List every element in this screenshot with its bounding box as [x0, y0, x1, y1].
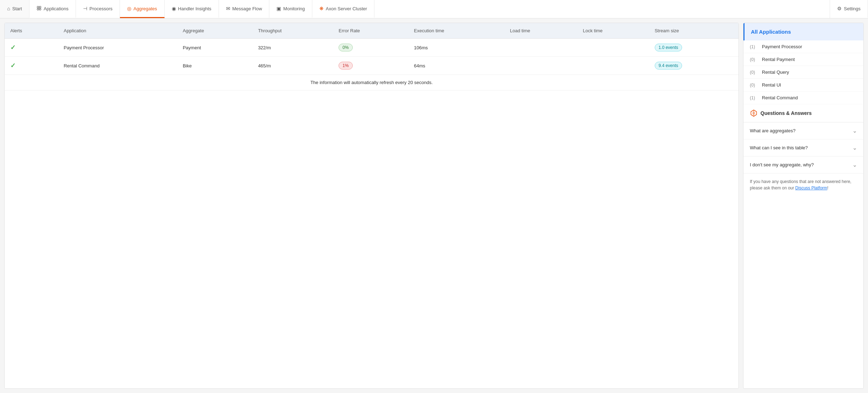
error-rate-badge: 1% [339, 62, 352, 70]
app-list-item-rental-ui[interactable]: (0) Rental UI [743, 79, 863, 92]
tab-axon-server-cluster[interactable]: ❋ Axon Server Cluster [312, 0, 374, 18]
cell-alert: ✓ [5, 57, 58, 75]
monitoring-icon: ▣ [276, 6, 281, 11]
cell-alert: ✓ [5, 39, 58, 57]
svg-point-3 [39, 8, 41, 10]
check-icon: ✓ [10, 62, 16, 69]
message-flow-icon: ✉ [226, 6, 230, 11]
tab-settings[interactable]: ⚙ Settings [830, 0, 868, 18]
top-navigation: ⌂ Start Applications ⊣ Processors ◎ Aggr… [0, 0, 868, 18]
table-row[interactable]: ✓ Payment Processor Payment 322/m 0% 106… [5, 39, 738, 57]
qa-section: Questions & Answers What are aggregates?… [743, 104, 863, 173]
tab-processors[interactable]: ⊣ Processors [76, 0, 120, 18]
cell-execution-time: 106ms [408, 39, 504, 57]
app-name: Rental Command [762, 95, 798, 100]
all-applications-header[interactable]: All Applications [743, 23, 863, 40]
app-list-item-payment-processor[interactable]: (1) Payment Processor [743, 40, 863, 53]
svg-point-0 [37, 6, 39, 8]
cell-error-rate: 1% [333, 57, 408, 75]
qa-axon-icon [750, 109, 758, 117]
qa-question: What can I see in this table? [750, 145, 808, 150]
tab-handler-insights[interactable]: ◉ Handler Insights [165, 0, 219, 18]
col-throughput: Throughput [252, 23, 333, 39]
applications-list: (1) Payment Processor (0) Rental Payment… [743, 40, 863, 104]
cell-aggregate: Bike [177, 57, 252, 75]
app-list-item-rental-query[interactable]: (0) Rental Query [743, 66, 863, 79]
cell-throughput: 465/m [252, 57, 333, 75]
svg-point-2 [37, 8, 39, 10]
tab-message-flow[interactable]: ✉ Message Flow [219, 0, 270, 18]
app-name: Payment Processor [762, 44, 802, 49]
tab-aggregates[interactable]: ◎ Aggregates [120, 0, 165, 18]
cell-lock-time [577, 57, 649, 75]
right-sidebar: All Applications (1) Payment Processor (… [743, 23, 864, 389]
qa-item-dont-see-aggregate[interactable]: I don't see my aggregate, why? ⌄ [743, 156, 863, 173]
aggregates-icon: ◎ [127, 6, 131, 11]
qa-question: What are aggregates? [750, 128, 796, 133]
table-row[interactable]: ✓ Rental Command Bike 465/m 1% 64ms 9.4 … [5, 57, 738, 75]
cell-application: Payment Processor [58, 39, 177, 57]
col-stream-size: Stream size [649, 23, 738, 39]
svg-point-1 [39, 6, 41, 8]
settings-icon: ⚙ [837, 6, 842, 11]
col-lock-time: Lock time [577, 23, 649, 39]
aggregates-table: Alerts Application Aggregate Throughput … [5, 23, 738, 90]
handler-insights-icon: ◉ [172, 6, 176, 11]
app-count: (1) [750, 95, 758, 100]
qa-item-what-can-i-see[interactable]: What can I see in this table? ⌄ [743, 139, 863, 156]
stream-size-badge: 1.0 events [655, 44, 682, 51]
app-name: Rental UI [762, 82, 781, 88]
table-header-row: Alerts Application Aggregate Throughput … [5, 23, 738, 39]
cell-application: Rental Command [58, 57, 177, 75]
info-row: The information will automatically refre… [5, 75, 738, 90]
axon-cluster-icon: ❋ [319, 6, 324, 11]
qa-question: I don't see my aggregate, why? [750, 162, 814, 167]
app-name: Rental Payment [762, 57, 795, 62]
col-application: Application [58, 23, 177, 39]
chevron-down-icon: ⌄ [852, 127, 857, 134]
cell-aggregate: Payment [177, 39, 252, 57]
cell-lock-time [577, 39, 649, 57]
qa-item-what-are-aggregates[interactable]: What are aggregates? ⌄ [743, 122, 863, 139]
app-count: (0) [750, 57, 758, 62]
cell-execution-time: 64ms [408, 57, 504, 75]
app-list-item-rental-payment[interactable]: (0) Rental Payment [743, 53, 863, 66]
processors-icon: ⊣ [83, 6, 87, 11]
cell-throughput: 322/m [252, 39, 333, 57]
col-alerts: Alerts [5, 23, 58, 39]
main-layout: Alerts Application Aggregate Throughput … [0, 18, 868, 393]
app-count: (1) [750, 44, 758, 49]
applications-icon [37, 6, 42, 12]
all-applications-label: All Applications [751, 29, 791, 35]
tab-monitoring[interactable]: ▣ Monitoring [269, 0, 312, 18]
chevron-down-icon: ⌄ [852, 161, 857, 168]
chevron-down-icon: ⌄ [852, 144, 857, 151]
col-load-time: Load time [504, 23, 577, 39]
footer-text: If you have any questions that are not a… [743, 173, 863, 196]
tab-applications[interactable]: Applications [29, 0, 76, 18]
cell-stream-size: 1.0 events [649, 39, 738, 57]
stream-size-badge: 9.4 events [655, 62, 682, 70]
home-icon: ⌂ [7, 6, 10, 11]
tab-start[interactable]: ⌂ Start [0, 0, 29, 18]
cell-stream-size: 9.4 events [649, 57, 738, 75]
cell-error-rate: 0% [333, 39, 408, 57]
check-icon: ✓ [10, 44, 16, 51]
qa-title: Questions & Answers [760, 110, 812, 116]
error-rate-badge: 0% [339, 44, 352, 51]
qa-header: Questions & Answers [743, 104, 863, 122]
col-aggregate: Aggregate [177, 23, 252, 39]
col-execution-time: Execution time [408, 23, 504, 39]
cell-load-time [504, 57, 577, 75]
app-count: (0) [750, 70, 758, 75]
content-area: Alerts Application Aggregate Throughput … [4, 23, 739, 389]
app-name: Rental Query [762, 70, 789, 75]
app-list-item-rental-command[interactable]: (1) Rental Command [743, 92, 863, 104]
app-count: (0) [750, 83, 758, 88]
col-error-rate: Error Rate [333, 23, 408, 39]
refresh-notice: The information will automatically refre… [5, 75, 738, 90]
cell-load-time [504, 39, 577, 57]
discuss-platform-link[interactable]: Discuss Platform [795, 186, 827, 190]
